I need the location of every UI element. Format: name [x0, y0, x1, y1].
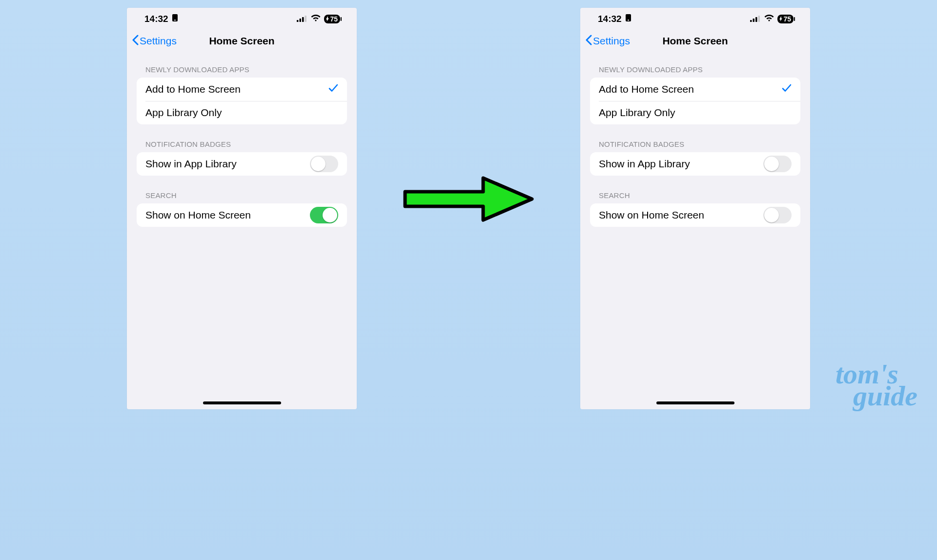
option-app-library[interactable]: App Library Only: [590, 101, 800, 124]
cellular-icon: [297, 14, 307, 24]
section-header-downloads: NEWLY DOWNLOADED APPS: [137, 52, 347, 78]
cellular-icon: [750, 14, 761, 24]
chevron-left-icon: [585, 35, 592, 48]
home-indicator[interactable]: [656, 401, 734, 404]
phone-after: 14:32 75: [580, 8, 810, 409]
back-button[interactable]: Settings: [585, 35, 630, 48]
chevron-left-icon: [132, 35, 139, 48]
status-time: 14:32: [598, 14, 622, 24]
group-badges: Show in App Library: [590, 152, 800, 176]
svg-rect-10: [755, 17, 757, 22]
row-label: Show in App Library: [145, 158, 237, 170]
section-header-search: SEARCH: [590, 176, 800, 203]
svg-rect-8: [750, 20, 752, 22]
svg-point-7: [628, 20, 629, 21]
svg-rect-9: [753, 19, 755, 22]
watermark: tom's guide: [835, 363, 917, 407]
option-add-home[interactable]: Add to Home Screen: [590, 78, 800, 101]
svg-rect-2: [297, 20, 299, 22]
status-time: 14:32: [144, 14, 168, 24]
group-badges: Show in App Library: [137, 152, 347, 176]
section-header-search: SEARCH: [137, 176, 347, 203]
option-app-library[interactable]: App Library Only: [137, 101, 347, 124]
option-label: App Library Only: [599, 107, 675, 119]
group-downloads: Add to Home Screen App Library Only: [590, 78, 800, 124]
nav-bar: Settings Home Screen: [580, 30, 810, 52]
row-label: Show on Home Screen: [599, 209, 704, 221]
toggle-show-in-library[interactable]: [763, 156, 792, 172]
phone-before: 14:32 75: [127, 8, 357, 409]
checkmark-icon: [328, 83, 338, 96]
toggle-show-in-library[interactable]: [310, 156, 338, 172]
svg-rect-11: [758, 16, 760, 22]
toggle-show-on-home[interactable]: [763, 207, 792, 223]
row-show-on-home: Show on Home Screen: [590, 203, 800, 227]
row-show-in-library: Show in App Library: [590, 152, 800, 176]
option-label: App Library Only: [145, 107, 222, 119]
portrait-lock-icon: [171, 14, 179, 24]
section-header-downloads: NEWLY DOWNLOADED APPS: [590, 52, 800, 78]
portrait-lock-icon: [625, 14, 632, 24]
section-header-badges: NOTIFICATION BADGES: [137, 124, 347, 152]
svg-rect-5: [305, 16, 307, 22]
arrow-icon: [400, 172, 537, 228]
option-label: Add to Home Screen: [145, 83, 241, 95]
svg-rect-4: [302, 17, 304, 22]
row-label: Show in App Library: [599, 158, 690, 170]
option-add-home[interactable]: Add to Home Screen: [137, 78, 347, 101]
back-label: Settings: [593, 35, 630, 47]
battery-icon: 75: [777, 15, 794, 23]
status-bar: 14:32 75: [580, 8, 810, 30]
option-label: Add to Home Screen: [599, 83, 694, 95]
status-bar: 14:32 75: [127, 8, 357, 30]
back-label: Settings: [140, 35, 177, 47]
row-label: Show on Home Screen: [145, 209, 251, 221]
wifi-icon: [311, 14, 321, 24]
wifi-icon: [764, 14, 774, 24]
battery-level: 75: [783, 15, 791, 23]
section-header-badges: NOTIFICATION BADGES: [590, 124, 800, 152]
checkmark-icon: [782, 83, 792, 96]
toggle-show-on-home[interactable]: [310, 207, 338, 223]
battery-icon: 75: [324, 15, 340, 23]
row-show-in-library: Show in App Library: [137, 152, 347, 176]
group-downloads: Add to Home Screen App Library Only: [137, 78, 347, 124]
svg-rect-3: [300, 19, 302, 22]
nav-bar: Settings Home Screen: [127, 30, 357, 52]
group-search: Show on Home Screen: [137, 203, 347, 227]
group-search: Show on Home Screen: [590, 203, 800, 227]
battery-level: 75: [330, 15, 338, 23]
row-show-on-home: Show on Home Screen: [137, 203, 347, 227]
back-button[interactable]: Settings: [132, 35, 177, 48]
svg-point-1: [174, 20, 176, 21]
home-indicator[interactable]: [203, 401, 281, 404]
